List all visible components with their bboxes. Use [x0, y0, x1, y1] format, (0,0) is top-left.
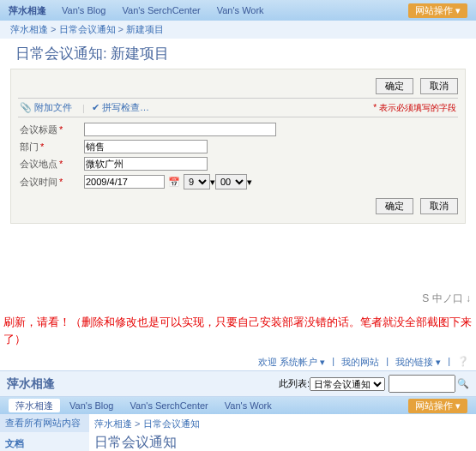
form-panel: 确定 取消 📎 附加文件 | ✔ 拼写检查… * 表示必须填写的字段 会议标题*…: [10, 69, 466, 224]
breadcrumb: 萍水相逢 > 日常会议通知 > 新建项目: [0, 21, 476, 39]
site-actions-button-2[interactable]: 网站操作 ▾: [408, 399, 467, 413]
top-bar-2: 萍水相逢 Van's Blog Van's SerchCenter Van's …: [0, 397, 476, 414]
form-body: 会议标题* 部门* 会议地点* 会议时间* 📅 9 ▾ 00 ▾: [18, 117, 458, 195]
label-loc: 会议地点: [20, 159, 57, 169]
tab-work[interactable]: Van's Work: [210, 3, 271, 17]
login-bar: 欢迎 系统帐户 ▾ | 我的网站 | 我的链接 ▾ | ❔: [0, 354, 476, 370]
view-bar: 萍水相逢 此列表: 日常会议通知 🔍: [0, 370, 476, 397]
location-input[interactable]: [84, 157, 208, 171]
welcome-user[interactable]: 欢迎 系统帐户 ▾: [258, 356, 325, 369]
form-toolbar: 📎 附加文件 | ✔ 拼写检查… * 表示必须填写的字段: [18, 98, 458, 117]
label-dept: 部门: [20, 141, 39, 152]
label-title: 会议标题: [20, 124, 57, 135]
help-icon[interactable]: ❔: [457, 356, 469, 369]
my-links[interactable]: 我的链接 ▾: [395, 356, 441, 369]
label-time: 会议时间: [20, 177, 57, 187]
tab-blog-2[interactable]: Van's Blog: [63, 399, 120, 412]
ok-button-2[interactable]: 确定: [376, 198, 413, 214]
title-input[interactable]: [84, 123, 276, 136]
tab-work-2[interactable]: Van's Work: [218, 399, 279, 412]
view-all-link[interactable]: 查看所有网站内容: [0, 414, 89, 432]
author-annotation: 刷新，请看！（删除和修改也是可以实现，只要自己安装部署没错的话。笔者就没全部截图…: [0, 307, 476, 354]
sidebar: 查看所有网站内容 文档 共享文档 微软产品文档 微软产品分类 列表 日历: [0, 414, 89, 451]
tray-icons: S 中ノ口 ↓: [0, 291, 476, 307]
side-group-docs: 文档: [5, 436, 84, 451]
bc2-0[interactable]: 萍水相逢: [94, 418, 132, 429]
site-actions-button[interactable]: 网站操作 ▾: [408, 3, 467, 18]
search-input[interactable]: [389, 375, 455, 393]
button-bar-top: 确定 取消: [18, 75, 458, 98]
my-site-link[interactable]: 我的网站: [341, 356, 379, 369]
ok-button[interactable]: 确定: [376, 78, 413, 94]
cancel-button-2[interactable]: 取消: [420, 198, 458, 214]
list-scope-label: 此列表:: [279, 377, 310, 390]
top-bar: 萍水相逢 Van's Blog Van's SerchCenter Van's …: [0, 0, 476, 21]
tab-search[interactable]: Van's SerchCenter: [116, 3, 208, 17]
site-name[interactable]: 萍水相逢: [9, 4, 46, 17]
spell-check-link[interactable]: ✔ 拼写检查…: [92, 101, 149, 114]
tab-home[interactable]: 萍水相逢: [9, 399, 60, 412]
button-bar-bottom: 确定 取消: [18, 195, 458, 218]
calendar-icon[interactable]: 📅: [168, 177, 180, 188]
top-tabs: Van's Blog Van's SerchCenter Van's Work: [55, 5, 271, 15]
list-title: 日常会议通知: [94, 432, 471, 451]
dept-input[interactable]: [84, 140, 208, 153]
cancel-button[interactable]: 取消: [420, 78, 458, 94]
page-title: 日常会议通知: 新建项目: [0, 39, 476, 69]
bc2-1[interactable]: 日常会议通知: [143, 418, 200, 429]
date-input[interactable]: [84, 175, 165, 189]
site-name-2[interactable]: 萍水相逢: [7, 376, 55, 392]
hour-select[interactable]: 9: [184, 174, 210, 189]
bc-2[interactable]: 新建项目: [126, 24, 164, 34]
list-scope-select[interactable]: 日常会议通知: [310, 377, 385, 391]
bc-0[interactable]: 萍水相逢: [10, 24, 48, 34]
required-note: * 表示必须填写的字段: [373, 102, 456, 114]
tab-search-2[interactable]: Van's SerchCenter: [124, 399, 215, 412]
search-icon[interactable]: 🔍: [457, 378, 469, 389]
main-area: 萍水相逢 > 日常会议通知 日常会议通知 新建 ▾ 操作 ▾ 视图: 所有项目 …: [89, 414, 476, 451]
tab-blog[interactable]: Van's Blog: [55, 3, 112, 17]
minute-select[interactable]: 00: [215, 174, 247, 189]
attach-file-link[interactable]: 📎 附加文件: [20, 101, 72, 114]
bc-1[interactable]: 日常会议通知: [59, 24, 116, 34]
